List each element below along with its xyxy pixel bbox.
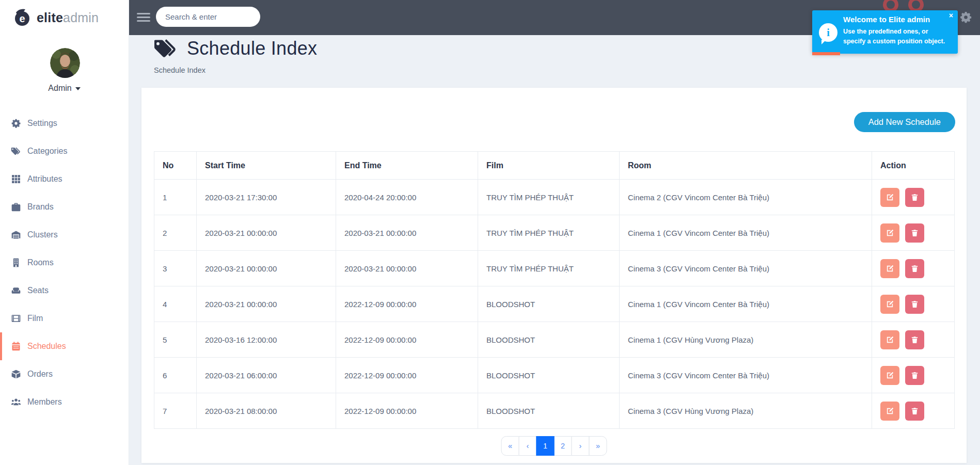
pagination-first[interactable]: « bbox=[501, 436, 519, 456]
column-header-no: No bbox=[154, 152, 197, 180]
add-new-schedule-button[interactable]: Add New Schedule bbox=[854, 112, 955, 132]
edit-button[interactable] bbox=[880, 223, 899, 243]
pagination-prev[interactable]: ‹ bbox=[519, 436, 537, 456]
user-name: Admin bbox=[48, 84, 71, 93]
sidebar-item-settings[interactable]: Settings bbox=[0, 109, 129, 137]
sidebar-item-members[interactable]: Members bbox=[0, 388, 129, 416]
chevron-down-icon bbox=[75, 87, 81, 90]
pen-square-icon bbox=[886, 335, 894, 344]
pen-square-icon bbox=[886, 371, 894, 380]
briefcase-icon bbox=[11, 202, 21, 212]
cell-room: Cinema 3 (CGV Hùng Vương Plaza) bbox=[620, 393, 872, 429]
cell-action bbox=[872, 251, 955, 286]
box-icon bbox=[11, 369, 21, 379]
table-row: 4 2020-03-21 00:00:00 2022-12-09 00:00:0… bbox=[154, 286, 955, 322]
content-card: Add New Schedule NoStart TimeEnd TimeFil… bbox=[141, 88, 967, 463]
table-row: 1 2020-03-21 17:30:00 2020-04-24 20:00:0… bbox=[154, 180, 955, 215]
sidebar-item-attributes[interactable]: Attributes bbox=[0, 165, 129, 193]
pen-square-icon bbox=[886, 300, 894, 309]
cell-film: TRUY TÌM PHÉP THUẬT bbox=[478, 215, 620, 251]
cell-end-time: 2020-03-21 00:00:00 bbox=[336, 251, 478, 286]
user-avatar[interactable] bbox=[50, 48, 80, 78]
svg-text:e: e bbox=[19, 13, 25, 24]
column-header-room: Room bbox=[620, 152, 872, 180]
cell-room: Cinema 1 (CGV Vincom Center Bà Triệu) bbox=[620, 215, 872, 251]
pagination-page-1[interactable]: 1 bbox=[536, 436, 555, 456]
search-input[interactable] bbox=[165, 12, 251, 21]
avatar-photo bbox=[50, 48, 80, 78]
cell-end-time: 2022-12-09 00:00:00 bbox=[336, 393, 478, 429]
cell-film: BLOODSHOT bbox=[478, 286, 620, 322]
table-body: 1 2020-03-21 17:30:00 2020-04-24 20:00:0… bbox=[154, 180, 955, 429]
cell-film: BLOODSHOT bbox=[478, 393, 620, 429]
brand-logo[interactable]: e eliteadmin bbox=[0, 0, 129, 35]
calendar-icon bbox=[11, 341, 21, 351]
cell-start-time: 2020-03-21 08:00:00 bbox=[197, 393, 336, 429]
sidebar-item-label: Attributes bbox=[27, 174, 62, 184]
edit-button[interactable] bbox=[880, 188, 899, 207]
toast-title: Welcome to Elite admin bbox=[843, 15, 930, 24]
edit-button[interactable] bbox=[880, 259, 899, 278]
table-row: 7 2020-03-21 08:00:00 2022-12-09 00:00:0… bbox=[154, 393, 955, 429]
cell-film: BLOODSHOT bbox=[478, 322, 620, 358]
cell-film: BLOODSHOT bbox=[478, 358, 620, 393]
delete-button[interactable] bbox=[905, 330, 924, 349]
pagination-next[interactable]: › bbox=[572, 436, 590, 456]
cell-end-time: 2020-03-21 00:00:00 bbox=[336, 215, 478, 251]
sidebar-item-rooms[interactable]: Rooms bbox=[0, 249, 129, 277]
user-dropdown[interactable]: Admin bbox=[0, 84, 129, 93]
trash-icon bbox=[910, 264, 919, 273]
sidebar-item-seats[interactable]: Seats bbox=[0, 277, 129, 304]
schedule-table: NoStart TimeEnd TimeFilmRoomAction 1 202… bbox=[154, 151, 955, 429]
delete-button[interactable] bbox=[905, 223, 924, 243]
sidebar-item-film[interactable]: Film bbox=[0, 304, 129, 332]
table-row: 3 2020-03-21 00:00:00 2020-03-21 00:00:0… bbox=[154, 251, 955, 286]
gear-icon[interactable] bbox=[959, 11, 972, 24]
cell-no: 5 bbox=[154, 322, 197, 358]
tags-icon bbox=[11, 146, 21, 156]
delete-button[interactable] bbox=[905, 366, 924, 385]
sidebar-item-label: Categories bbox=[27, 147, 67, 156]
pagination-page-2[interactable]: 2 bbox=[554, 436, 572, 456]
toast-progress-bar bbox=[812, 52, 840, 55]
cell-room: Cinema 2 (CGV Vincom Center Bà Triệu) bbox=[620, 180, 872, 215]
sidebar-item-brands[interactable]: Brands bbox=[0, 193, 129, 221]
delete-button[interactable] bbox=[905, 188, 924, 207]
edit-button[interactable] bbox=[880, 366, 899, 385]
sidebar-item-label: Settings bbox=[27, 119, 57, 128]
trash-icon bbox=[910, 335, 919, 344]
pen-square-icon bbox=[886, 229, 894, 237]
delete-button[interactable] bbox=[905, 402, 924, 421]
edit-button[interactable] bbox=[880, 402, 899, 421]
column-header-start-time: Start Time bbox=[197, 152, 336, 180]
edit-button[interactable] bbox=[880, 330, 899, 349]
cell-end-time: 2022-12-09 00:00:00 bbox=[336, 322, 478, 358]
elite-admin-logo-icon: e bbox=[12, 8, 32, 27]
delete-button[interactable] bbox=[905, 259, 924, 278]
sidebar-item-orders[interactable]: Orders bbox=[0, 360, 129, 388]
sidebar-item-schedules[interactable]: Schedules bbox=[0, 332, 129, 360]
pagination-last[interactable]: » bbox=[589, 436, 607, 456]
cell-start-time: 2020-03-21 00:00:00 bbox=[197, 286, 336, 322]
pen-square-icon bbox=[886, 264, 894, 273]
main-content: Schedule Index Schedule Index Add New Sc… bbox=[129, 35, 980, 465]
breadcrumb: Schedule Index bbox=[154, 66, 206, 74]
cell-action bbox=[872, 322, 955, 358]
sidebar-item-categories[interactable]: Categories bbox=[0, 137, 129, 165]
hamburger-menu-icon[interactable] bbox=[137, 13, 150, 24]
pagination: «‹12›» bbox=[501, 436, 607, 456]
delete-button[interactable] bbox=[905, 295, 924, 314]
info-glyph: i bbox=[827, 27, 830, 39]
edit-button[interactable] bbox=[880, 295, 899, 314]
tags-icon bbox=[152, 37, 179, 60]
info-icon: i bbox=[819, 23, 837, 42]
trash-icon bbox=[910, 300, 919, 309]
users-icon bbox=[11, 397, 21, 407]
close-icon[interactable]: × bbox=[949, 12, 953, 19]
sidebar-item-label: Members bbox=[27, 397, 62, 407]
cell-room: Cinema 1 (CGV Vincom Center Bà Triệu) bbox=[620, 286, 872, 322]
cell-end-time: 2022-12-09 00:00:00 bbox=[336, 286, 478, 322]
sidebar-item-clusters[interactable]: Clusters bbox=[0, 221, 129, 249]
brand-name-bold: elite bbox=[37, 10, 63, 25]
toast-notification: i Welcome to Elite admin Use the predefi… bbox=[812, 10, 958, 54]
